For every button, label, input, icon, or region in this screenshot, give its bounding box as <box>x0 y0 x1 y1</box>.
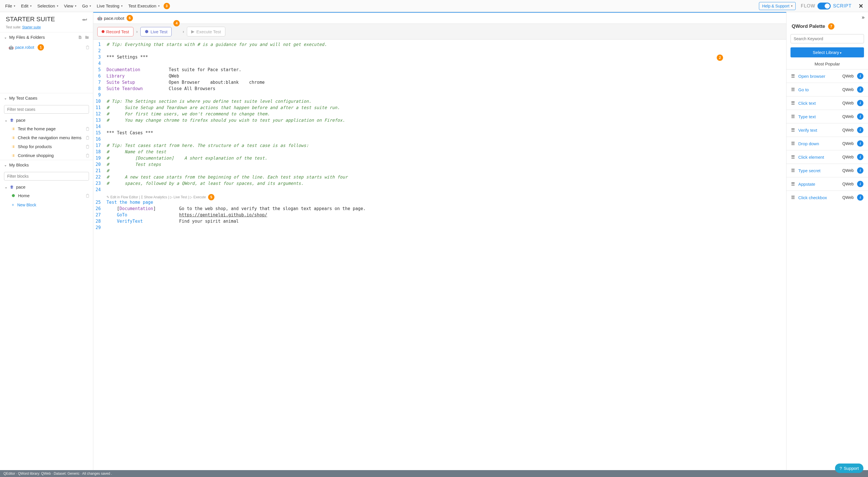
testcase-label: Check the navigation menu items <box>18 135 82 140</box>
new-block-label: New Block <box>17 203 36 207</box>
files-section-header[interactable]: ⌄ My Files & Folders <box>0 32 93 42</box>
new-folder-icon[interactable] <box>85 35 89 39</box>
list-icon <box>11 127 15 131</box>
annotation-badge-1: 1 <box>38 44 44 51</box>
support-button[interactable]: ? Support <box>835 464 863 473</box>
grip-icon[interactable]: ☰ <box>791 154 795 160</box>
grip-icon[interactable]: ☰ <box>791 100 795 106</box>
expand-icon[interactable]: » <box>862 14 865 20</box>
info-icon[interactable]: i <box>857 167 863 173</box>
grip-icon[interactable]: ☰ <box>791 73 795 78</box>
info-icon[interactable]: i <box>857 181 863 187</box>
grip-icon[interactable]: ☰ <box>791 195 795 200</box>
execute-test-button[interactable]: ▶ Execute Test <box>187 27 225 36</box>
editor-actionbar: Record Test › Live Test 4 › ▶ Execute Te… <box>93 24 786 40</box>
close-icon[interactable]: ✕ <box>857 3 865 9</box>
code-editor[interactable]: 123456789101112131415161718192021222324 … <box>93 40 786 470</box>
testcase-item[interactable]: Test the home page <box>0 124 93 133</box>
keyword-row[interactable]: ☰Go toQWebi <box>786 83 868 96</box>
grip-icon[interactable]: ☰ <box>791 87 795 92</box>
robot-icon: 🤖 <box>9 45 13 50</box>
codelens-actions[interactable]: ✎ Edit in Flow Editor | Σ Show Analytics… <box>106 195 206 199</box>
keyword-name: Verify text <box>798 128 839 133</box>
file-name: pace.robot <box>15 45 34 50</box>
new-block-button[interactable]: ＋ New Block <box>0 200 93 210</box>
blocks-filter-input[interactable] <box>4 172 89 181</box>
keyword-row[interactable]: ☰Click checkboxQWebi <box>786 191 868 204</box>
file-row[interactable]: 🤖 pace.robot 1 <box>9 43 93 52</box>
menu-live-testing[interactable]: Live Testing <box>94 2 125 10</box>
keyword-row[interactable]: ☰AppstateQWebi <box>786 177 868 191</box>
info-icon[interactable]: i <box>857 140 863 147</box>
testcases-filter-input[interactable] <box>4 105 89 114</box>
testcase-label: Continue shopping <box>18 153 54 158</box>
keyword-row[interactable]: ☰Drop downQWebi <box>786 137 868 150</box>
keyword-search-input[interactable] <box>790 34 864 43</box>
testcases-section-header[interactable]: ⌄ My Test Cases <box>0 93 93 103</box>
testcase-list: Test the home pageCheck the navigation m… <box>0 124 93 160</box>
menu-file[interactable]: File <box>3 2 18 10</box>
mode-toggle[interactable] <box>817 3 831 9</box>
testcases-folder-label: pace <box>16 118 26 123</box>
menu-edit[interactable]: Edit <box>19 2 34 10</box>
keyword-row[interactable]: ☰Verify textQWebi <box>786 123 868 137</box>
select-library-button[interactable]: Select Library <box>790 47 864 57</box>
grip-icon[interactable]: ☰ <box>791 114 795 119</box>
keyword-lib: QWeb <box>842 182 854 186</box>
blocks-section-header[interactable]: ⌄ My Blocks <box>0 160 93 170</box>
editor-tab[interactable]: 🤖 pace.robot <box>97 16 124 21</box>
keyword-row[interactable]: ☰Click textQWebi <box>786 96 868 109</box>
keyword-name: Drop down <box>798 141 839 146</box>
record-test-button[interactable]: Record Test <box>97 27 133 36</box>
info-icon[interactable]: i <box>857 73 863 79</box>
qword-palette: » QWord Palette 7 Select Library Most Po… <box>786 12 868 470</box>
grip-icon[interactable]: ☰ <box>791 141 795 146</box>
trash-icon[interactable] <box>86 154 90 158</box>
suite-link[interactable]: Starter suite <box>22 25 41 29</box>
menu-view[interactable]: View <box>62 2 79 10</box>
menu-selection[interactable]: Selection <box>35 2 61 10</box>
info-icon[interactable]: i <box>857 114 863 120</box>
code-content[interactable]: # Tip: Everything that starts with # is … <box>104 40 786 470</box>
keyword-row[interactable]: ☰Click elementQWebi <box>786 150 868 164</box>
grip-icon[interactable]: ☰ <box>791 168 795 173</box>
blocks-folder[interactable]: ⌄ pace <box>0 183 93 191</box>
pin-icon[interactable] <box>82 17 87 22</box>
info-icon[interactable]: i <box>857 194 863 201</box>
testcase-item[interactable]: Check the navigation menu items <box>0 133 93 142</box>
help-support-button[interactable]: Help & Support <box>759 2 796 10</box>
trash-icon[interactable] <box>86 194 90 198</box>
info-icon[interactable]: i <box>857 86 863 93</box>
keyword-row[interactable]: ☰Type textQWebi <box>786 109 868 123</box>
testcase-item[interactable]: Shop for products <box>0 142 93 151</box>
editor-panel: 🤖 pace.robot 6 Record Test › Live Test 4 <box>93 12 786 470</box>
robot-icon: 🤖 <box>97 16 102 20</box>
trash-icon[interactable] <box>86 145 90 149</box>
new-file-icon[interactable] <box>78 35 82 39</box>
line-gutter: 123456789101112131415161718192021222324 … <box>93 40 104 470</box>
grip-icon[interactable]: ☰ <box>791 127 795 133</box>
keyword-name: Click checkbox <box>798 195 839 200</box>
menu-go[interactable]: Go <box>80 2 93 10</box>
cube-icon <box>11 194 15 197</box>
info-icon[interactable]: i <box>857 154 863 160</box>
testcase-item[interactable]: Continue shopping <box>0 151 93 160</box>
live-test-button[interactable]: Live Test <box>141 27 172 36</box>
trash-icon[interactable] <box>86 45 90 50</box>
keyword-row[interactable]: ☰Type secretQWebi <box>786 164 868 177</box>
block-item[interactable]: Home <box>0 191 93 200</box>
record-icon <box>102 30 104 33</box>
chevron-down-icon: ⌄ <box>4 96 7 100</box>
topbar-right: Help & Support FLOW SCRIPT ✕ <box>759 2 865 10</box>
keyword-name: Open browser <box>798 74 839 78</box>
trash-icon[interactable] <box>86 136 90 140</box>
info-icon[interactable]: i <box>857 100 863 106</box>
info-icon[interactable]: i <box>857 127 863 133</box>
testcases-folder[interactable]: ⌄ pace <box>0 116 93 124</box>
trash-icon[interactable] <box>86 127 90 131</box>
menu-test-execution[interactable]: Test Execution <box>126 2 162 10</box>
keyword-lib: QWeb <box>842 168 854 173</box>
keyword-row[interactable]: ☰Open browserQWebi <box>786 69 868 83</box>
annotation-badge-7: 7 <box>828 23 834 30</box>
grip-icon[interactable]: ☰ <box>791 181 795 187</box>
